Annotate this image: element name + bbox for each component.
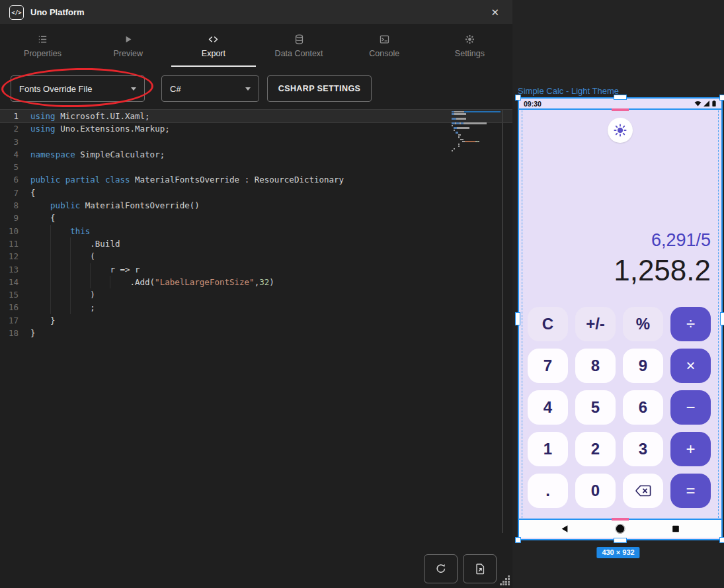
device-frame[interactable]: 09:30 6,291/5 1,258.2 C+/-%÷789×456−123+…	[518, 97, 723, 540]
handle-mid-left[interactable]	[515, 312, 520, 325]
key-4[interactable]: 4	[528, 390, 568, 425]
pink-handle-bottom[interactable]	[612, 518, 629, 521]
key-divide[interactable]: ÷	[670, 307, 711, 341]
code-line: 7{	[0, 187, 512, 199]
key-add[interactable]: +	[670, 432, 711, 466]
database-icon	[294, 34, 305, 45]
minimap[interactable]	[452, 111, 501, 153]
key-3[interactable]: 3	[623, 432, 663, 466]
export-file-button[interactable]	[463, 554, 497, 583]
code-text: )	[30, 288, 95, 301]
key-percent[interactable]: %	[623, 307, 663, 341]
indent-guide	[70, 301, 90, 314]
key-7[interactable]: 7	[528, 349, 568, 383]
minimap-line	[452, 118, 501, 119]
export-toolbar: Fonts Override File C# CSHARP SETTINGS	[0, 67, 512, 110]
key-decimal[interactable]: .	[528, 474, 568, 508]
tab-label: Data Context	[275, 49, 323, 58]
export-file-icon	[473, 562, 487, 575]
refresh-button[interactable]	[424, 554, 458, 583]
key-8[interactable]: 8	[575, 349, 616, 383]
minimap-line	[452, 150, 501, 151]
uno-logo-icon: </>	[9, 5, 24, 20]
handle-top-right[interactable]	[719, 95, 724, 101]
preview-panel: Simple Calc - Light Theme 09:30 6,291/5 …	[512, 0, 724, 588]
key-9[interactable]: 9	[623, 349, 663, 383]
key-0[interactable]: 0	[575, 474, 616, 508]
indent-guide	[50, 288, 70, 301]
key-label: 7	[543, 357, 552, 375]
key-subtract[interactable]: −	[670, 390, 711, 425]
handle-bottom-left[interactable]	[515, 537, 521, 543]
file-dropdown[interactable]: Fonts Override File	[11, 75, 145, 102]
list-icon	[37, 34, 48, 45]
minimap-line	[452, 144, 501, 145]
minimap-line	[452, 148, 501, 149]
key-sign[interactable]: +/-	[575, 307, 616, 341]
indent-guide	[50, 225, 70, 237]
line-number: 11	[0, 237, 30, 250]
handle-bottom-right[interactable]	[719, 537, 724, 543]
handle-top-left[interactable]	[515, 95, 521, 101]
minimap-line	[452, 120, 501, 122]
csharp-settings-button[interactable]: CSHARP SETTINGS	[267, 75, 372, 102]
tab-console[interactable]: Console	[342, 25, 427, 67]
tab-export[interactable]: Export	[171, 25, 256, 67]
key-equals[interactable]: =	[670, 474, 711, 508]
indent-guide	[70, 276, 90, 288]
key-label: C	[542, 315, 553, 333]
code-editor[interactable]: 1using Microsoft.UI.Xaml;2using Uno.Exte…	[0, 110, 512, 550]
tab-settings[interactable]: Settings	[427, 25, 512, 67]
resize-grip[interactable]	[500, 575, 510, 586]
key-5[interactable]: 5	[575, 390, 616, 425]
handle-top-center[interactable]	[614, 95, 627, 100]
code-line: 17 }	[0, 314, 512, 327]
tab-properties[interactable]: Properties	[0, 25, 85, 67]
line-number: 1	[0, 110, 30, 122]
language-dropdown[interactable]: C#	[161, 75, 259, 102]
line-number: 17	[0, 314, 30, 327]
status-icons	[694, 101, 717, 106]
code-text: (	[30, 250, 95, 263]
key-6[interactable]: 6	[623, 390, 663, 425]
footer-bar	[0, 550, 512, 588]
code-line: 16 ;	[0, 301, 512, 314]
indent-guide	[30, 237, 50, 250]
indent-guide	[30, 301, 50, 314]
indent-guide	[70, 250, 90, 263]
theme-toggle-button[interactable]	[608, 118, 633, 143]
backspace-icon	[635, 484, 652, 497]
line-number: 14	[0, 276, 30, 288]
close-icon[interactable]: ✕	[487, 5, 503, 20]
code-line: 15 )	[0, 288, 512, 301]
code-line: 13 r => r	[0, 263, 512, 276]
code-line: 5	[0, 161, 512, 173]
tab-preview[interactable]: Preview	[85, 25, 171, 67]
handle-bottom-center[interactable]	[614, 538, 627, 543]
editor-scrollbar[interactable]	[502, 110, 503, 533]
tab-bar: PropertiesPreviewExportData ContextConso…	[0, 25, 512, 67]
handle-mid-right[interactable]	[720, 312, 724, 325]
key-1[interactable]: 1	[528, 432, 568, 466]
display-result: 1,258.2	[614, 253, 711, 288]
key-multiply[interactable]: ×	[670, 349, 711, 383]
nav-back-button[interactable]	[560, 524, 569, 534]
key-label: +/-	[586, 315, 605, 333]
nav-home-button[interactable]	[615, 524, 625, 534]
line-number: 16	[0, 301, 30, 314]
nav-recents-button[interactable]	[671, 524, 680, 534]
terminal-icon	[379, 34, 390, 45]
minimap-line	[452, 122, 501, 124]
nav-recents-icon	[671, 524, 680, 534]
wifi-icon	[694, 101, 702, 106]
code-line: 2using Uno.Extensions.Markup;	[0, 122, 512, 135]
pink-handle-top[interactable]	[612, 108, 629, 111]
key-2[interactable]: 2	[575, 432, 616, 466]
code-text: ;	[30, 301, 95, 314]
code-line: 18}	[0, 327, 512, 339]
tab-data-context[interactable]: Data Context	[257, 25, 342, 67]
key-label: 3	[639, 440, 647, 458]
key-clear[interactable]: C	[528, 307, 568, 341]
indent-guide	[30, 250, 50, 263]
key-backspace[interactable]	[623, 474, 663, 508]
